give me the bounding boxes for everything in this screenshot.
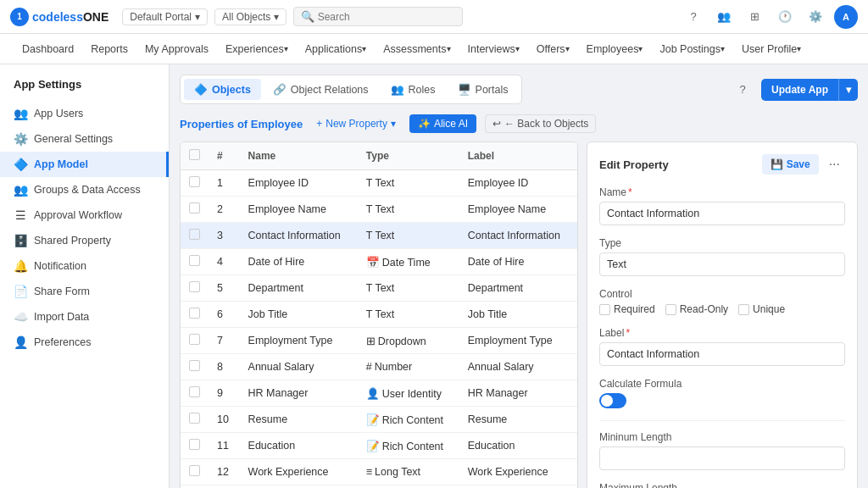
portals-icon: 🖥️	[458, 83, 471, 96]
row-num: 6	[209, 302, 240, 328]
name-field-input[interactable]	[599, 202, 845, 225]
nav-experiences[interactable]: Experiences	[217, 34, 297, 64]
clock-icon[interactable]: 🕐	[773, 5, 797, 29]
table-row[interactable]: 4Date of Hire📅Date TimeDate of Hire	[181, 249, 577, 275]
row-checkbox[interactable]	[189, 229, 200, 240]
update-app-button[interactable]: Update App ▾	[761, 79, 858, 101]
table-row[interactable]: 7Employment Type⊞DropdownEmployment Type	[181, 328, 577, 354]
tab-objects[interactable]: 🔷 Objects	[184, 79, 261, 100]
formula-toggle-container	[599, 393, 845, 408]
row-checkbox[interactable]	[189, 202, 200, 214]
nav-reports[interactable]: Reports	[82, 34, 136, 64]
model-icon: 🔷	[14, 158, 27, 171]
required-control[interactable]: Required	[599, 303, 655, 315]
table-row[interactable]: 8Annual Salary#NumberAnnual Salary	[181, 354, 577, 380]
tab-roles[interactable]: 👥 Roles	[381, 79, 446, 100]
row-checkbox[interactable]	[189, 334, 200, 345]
row-type: ⊞Dropdown	[358, 328, 459, 354]
row-checkbox[interactable]	[189, 281, 200, 292]
label-field-input[interactable]	[599, 342, 845, 366]
users-icon[interactable]: 👥	[712, 5, 736, 29]
nav-employees[interactable]: Employees	[578, 34, 652, 64]
save-button[interactable]: 💾 Save	[762, 154, 819, 175]
help-circle-icon[interactable]: ?	[731, 78, 754, 102]
sidebar-item-approval-workflow[interactable]: ☰ Approval Workflow	[0, 202, 169, 228]
formula-toggle[interactable]	[599, 393, 626, 408]
row-checkbox[interactable]	[189, 413, 200, 424]
sidebar-label-share-form: Share Form	[34, 286, 90, 297]
nav-job-postings[interactable]: Job Postings	[651, 34, 733, 64]
row-checkbox[interactable]	[189, 308, 200, 319]
nav-applications[interactable]: Applications	[297, 34, 375, 64]
table-row[interactable]: 2Employee NameTTextEmployee Name	[181, 197, 577, 223]
tab-portals[interactable]: 🖥️ Portals	[448, 79, 519, 100]
type-field-input[interactable]	[599, 252, 845, 276]
min-length-group: Mininum Length	[599, 431, 845, 470]
search-bar[interactable]: 🔍	[293, 7, 463, 26]
search-input[interactable]	[318, 11, 455, 23]
sidebar-label-app-users: App Users	[34, 108, 83, 119]
row-checkbox[interactable]	[189, 176, 200, 187]
type-icon: 📝	[366, 441, 380, 452]
logo[interactable]: 1 codelessONE	[10, 8, 108, 26]
nav-dashboard[interactable]: Dashboard	[14, 34, 82, 64]
sidebar-item-import-data[interactable]: ☁️ Import Data	[0, 304, 169, 330]
back-to-objects-button[interactable]: ↩ ← Back to Objects	[485, 114, 596, 133]
min-length-label: Mininum Length	[599, 431, 845, 443]
row-name: Employee ID	[240, 170, 358, 197]
table-row[interactable]: 9HR Manager👤User IdentityHR Manager	[181, 380, 577, 407]
more-options-button[interactable]: ···	[824, 155, 845, 174]
required-checkbox[interactable]	[599, 304, 610, 315]
nav-interviews[interactable]: Interviews	[459, 34, 528, 64]
sidebar-item-shared-property[interactable]: 🗄️ Shared Property	[0, 228, 169, 253]
nav-user-profile[interactable]: User Profile	[733, 34, 810, 64]
row-checkbox[interactable]	[189, 360, 200, 371]
sidebar-item-app-users[interactable]: 👥 App Users	[0, 101, 169, 126]
sidebar-item-groups-data-access[interactable]: 👥 Groups & Data Access	[0, 177, 169, 202]
all-objects-selector[interactable]: All Objects ▾	[214, 8, 287, 25]
table-row[interactable]: 11Education📝Rich ContentEducation	[181, 433, 577, 459]
alice-ai-button[interactable]: ✨ Alice AI	[409, 114, 476, 133]
nav-offers[interactable]: Offers	[528, 34, 578, 64]
min-length-input[interactable]	[599, 446, 845, 470]
sidebar-item-general-settings[interactable]: ⚙️ General Settings	[0, 126, 169, 152]
row-checkbox[interactable]	[189, 465, 200, 476]
table-row[interactable]: 10Resume📝Rich ContentResume	[181, 407, 577, 433]
row-label: Education	[459, 433, 577, 459]
row-checkbox[interactable]	[189, 439, 200, 450]
unique-control[interactable]: Unique	[738, 303, 785, 315]
sidebar-label-app-model: App Model	[34, 158, 88, 170]
row-name: Resume	[240, 407, 358, 433]
tab-object-relations[interactable]: 🔗 Object Relations	[263, 79, 379, 100]
sidebar-item-preferences[interactable]: 👤 Preferences	[0, 330, 169, 355]
sidebar-item-app-model[interactable]: 🔷 App Model	[0, 152, 169, 177]
sidebar-item-share-form[interactable]: 📄 Share Form	[0, 279, 169, 304]
portal-selector[interactable]: Default Portal ▾	[122, 8, 208, 25]
control-field-group: Control Required Read-Only	[599, 288, 845, 315]
help-icon[interactable]: ?	[682, 5, 705, 29]
table-row[interactable]: 5DepartmentTTextDepartment	[181, 275, 577, 302]
table-row[interactable]: 6Job TitleTTextJob Title	[181, 302, 577, 328]
new-property-button[interactable]: + New Property ▾	[311, 115, 401, 132]
grid-icon[interactable]: ⊞	[743, 5, 766, 29]
nav-my-approvals[interactable]: My Approvals	[136, 34, 217, 64]
nav-assessments[interactable]: Assessments	[375, 34, 459, 64]
type-icon: 👤	[366, 388, 380, 400]
row-checkbox[interactable]	[189, 255, 200, 266]
tab-roles-label: Roles	[409, 84, 436, 96]
portal-label: Default Portal	[130, 11, 192, 23]
row-type: 📝Rich Content	[358, 433, 459, 459]
unique-checkbox[interactable]	[738, 304, 749, 315]
row-name: Employment Type	[240, 328, 358, 354]
row-checkbox[interactable]	[189, 386, 200, 397]
table-container: # Name Type Label 1Employee IDTTextEmplo…	[180, 141, 578, 488]
select-all-checkbox[interactable]	[189, 149, 200, 160]
table-row[interactable]: 12Work Experience≡Long TextWork Experien…	[181, 459, 577, 485]
avatar[interactable]: A	[834, 5, 858, 29]
settings-icon[interactable]: ⚙️	[804, 5, 827, 29]
table-row[interactable]: 1Employee IDTTextEmployee ID	[181, 170, 577, 197]
sidebar-item-notification[interactable]: 🔔 Notification	[0, 253, 169, 279]
table-row[interactable]: 3Contact InformationTTextContact Informa…	[181, 223, 577, 249]
read-only-control[interactable]: Read-Only	[665, 303, 728, 315]
read-only-checkbox[interactable]	[665, 304, 676, 315]
